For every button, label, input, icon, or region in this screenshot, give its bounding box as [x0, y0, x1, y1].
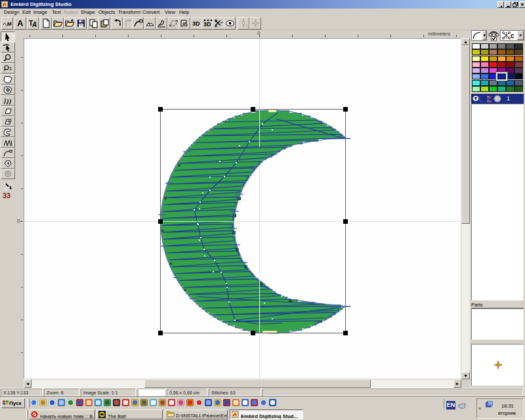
svg-text:A: A	[17, 18, 24, 28]
svg-text:A: A	[32, 21, 37, 28]
svg-text:c: c	[511, 32, 514, 39]
svg-text:1: 1	[9, 66, 12, 72]
svg-text:3D: 3D	[192, 20, 200, 27]
svg-text:3D: 3D	[203, 21, 211, 28]
svg-text:Bo: Bo	[487, 99, 492, 103]
svg-text:M: M	[7, 21, 12, 27]
